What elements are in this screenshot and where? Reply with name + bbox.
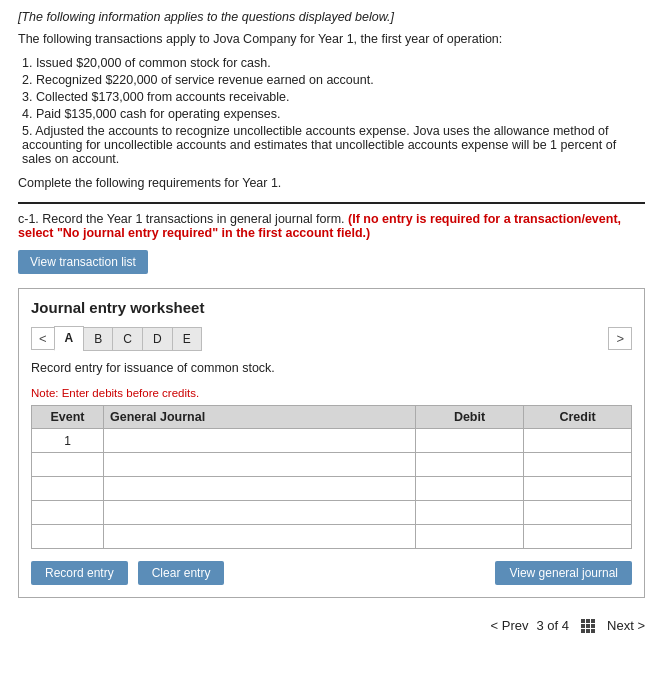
- tab-e[interactable]: E: [172, 327, 202, 351]
- next-btn[interactable]: Next >: [607, 618, 645, 633]
- prev-label: < Prev: [491, 618, 529, 633]
- event-cell: [32, 453, 104, 477]
- tabs-nav: < A B C D E >: [31, 326, 632, 351]
- tab-b[interactable]: B: [83, 327, 113, 351]
- transaction-list: 1. Issued $20,000 of common stock for ca…: [18, 56, 645, 166]
- tab-c[interactable]: C: [112, 327, 143, 351]
- clear-entry-btn[interactable]: Clear entry: [138, 561, 225, 585]
- credit-cell[interactable]: [524, 453, 632, 477]
- journal-input[interactable]: [104, 525, 415, 548]
- credit-cell[interactable]: [524, 477, 632, 501]
- transaction-item: 4. Paid $135,000 cash for operating expe…: [22, 107, 645, 121]
- credit-input[interactable]: [524, 525, 631, 548]
- debit-input[interactable]: [416, 429, 523, 452]
- debit-input[interactable]: [416, 501, 523, 524]
- col-credit: Credit: [524, 406, 632, 429]
- journal-input[interactable]: [104, 429, 415, 452]
- tab-a[interactable]: A: [54, 326, 85, 351]
- credit-input[interactable]: [524, 501, 631, 524]
- event-cell: 1: [32, 429, 104, 453]
- journal-cell[interactable]: [104, 453, 416, 477]
- table-row: [32, 453, 632, 477]
- tab-prev-arrow[interactable]: <: [31, 327, 55, 350]
- table-row: 1: [32, 429, 632, 453]
- debit-input[interactable]: [416, 453, 523, 476]
- debit-input[interactable]: [416, 477, 523, 500]
- page-container: [The following information applies to th…: [0, 0, 663, 700]
- table-row: [32, 501, 632, 525]
- italic-note: [The following information applies to th…: [18, 10, 645, 24]
- journal-input[interactable]: [104, 501, 415, 524]
- col-event: Event: [32, 406, 104, 429]
- debit-cell[interactable]: [416, 429, 524, 453]
- view-general-journal-btn[interactable]: View general journal: [495, 561, 632, 585]
- section-divider: [18, 202, 645, 204]
- debit-cell[interactable]: [416, 477, 524, 501]
- journal-cell[interactable]: [104, 525, 416, 549]
- instruction-line: c-1. Record the Year 1 transactions in g…: [18, 212, 645, 240]
- journal-input[interactable]: [104, 453, 415, 476]
- credit-input[interactable]: [524, 453, 631, 476]
- col-journal: General Journal: [104, 406, 416, 429]
- transaction-item: 5. Adjusted the accounts to recognize un…: [22, 124, 645, 166]
- tab-d[interactable]: D: [142, 327, 173, 351]
- journal-cell[interactable]: [104, 501, 416, 525]
- credit-input[interactable]: [524, 477, 631, 500]
- debit-cell[interactable]: [416, 525, 524, 549]
- table-row: [32, 525, 632, 549]
- record-desc: Record entry for issuance of common stoc…: [31, 361, 632, 375]
- journal-input[interactable]: [104, 477, 415, 500]
- event-cell: [32, 501, 104, 525]
- journal-cell[interactable]: [104, 477, 416, 501]
- grid-icon: [581, 619, 595, 633]
- bottom-nav: < Prev 3 of 4 Next >: [18, 618, 645, 633]
- col-debit: Debit: [416, 406, 524, 429]
- instruction-prefix: c-1. Record the Year 1 transactions in g…: [18, 212, 345, 226]
- btn-row: Record entry Clear entry View general jo…: [31, 561, 632, 585]
- credit-cell[interactable]: [524, 525, 632, 549]
- intro-text: The following transactions apply to Jova…: [18, 32, 645, 46]
- tab-next-arrow[interactable]: >: [608, 327, 632, 350]
- prev-btn[interactable]: < Prev: [491, 618, 529, 633]
- credit-cell[interactable]: [524, 501, 632, 525]
- worksheet-title: Journal entry worksheet: [31, 299, 632, 316]
- debit-input[interactable]: [416, 525, 523, 548]
- credit-input[interactable]: [524, 429, 631, 452]
- event-cell: [32, 525, 104, 549]
- view-transaction-btn[interactable]: View transaction list: [18, 250, 148, 274]
- debit-cell[interactable]: [416, 501, 524, 525]
- record-entry-btn[interactable]: Record entry: [31, 561, 128, 585]
- debit-cell[interactable]: [416, 453, 524, 477]
- journal-table: Event General Journal Debit Credit 1: [31, 405, 632, 549]
- table-row: [32, 477, 632, 501]
- transaction-item: 3. Collected $173,000 from accounts rece…: [22, 90, 645, 104]
- complete-text: Complete the following requirements for …: [18, 176, 645, 190]
- journal-cell[interactable]: [104, 429, 416, 453]
- worksheet-container: Journal entry worksheet < A B C D E > Re…: [18, 288, 645, 598]
- credit-cell[interactable]: [524, 429, 632, 453]
- event-cell: [32, 477, 104, 501]
- transaction-item: 2. Recognized $220,000 of service revenu…: [22, 73, 645, 87]
- page-info: 3 of 4: [537, 618, 570, 633]
- note-text: Note: Enter debits before credits.: [31, 387, 632, 399]
- next-label: Next >: [607, 618, 645, 633]
- transaction-item: 1. Issued $20,000 of common stock for ca…: [22, 56, 645, 70]
